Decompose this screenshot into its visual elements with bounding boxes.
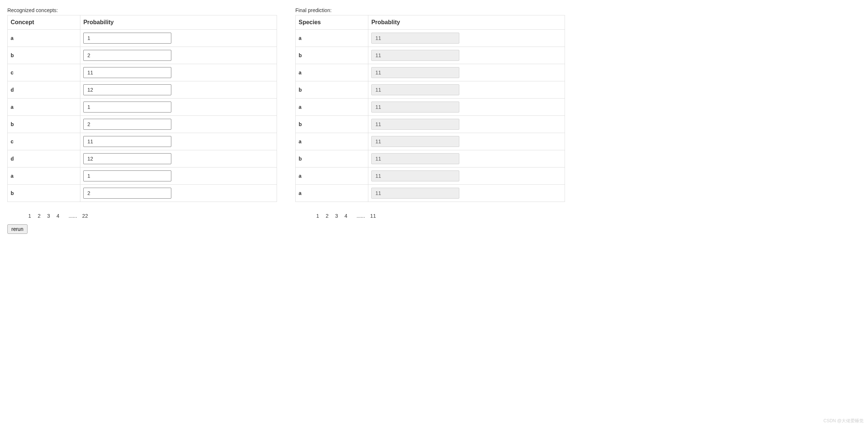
concept-label: b [8, 47, 80, 64]
table-row: a [8, 168, 277, 185]
table-row: b [296, 150, 565, 168]
concept-label: b [8, 116, 80, 133]
probability-input[interactable] [83, 50, 171, 61]
concepts-header-concept: Concept [8, 15, 80, 30]
page-link[interactable]: 1 [26, 213, 34, 219]
prediction-header-species: Species [296, 15, 368, 30]
pagination-ellipsis: ......22 [63, 213, 93, 219]
probability-output [371, 33, 459, 44]
table-row: a [296, 185, 565, 202]
table-row: a [8, 99, 277, 116]
probability-output [371, 67, 459, 78]
concept-label: a [8, 168, 80, 185]
species-label: b [296, 150, 368, 168]
concept-label: a [8, 99, 80, 116]
probability-output [371, 119, 459, 130]
probability-input[interactable] [83, 102, 171, 113]
table-row: b [296, 81, 565, 99]
table-row: a [296, 133, 565, 150]
recognized-concepts-title: Recognized concepts: [7, 7, 277, 13]
table-row: c [8, 133, 277, 150]
probability-input[interactable] [83, 84, 171, 95]
table-row: a [8, 30, 277, 47]
concept-label: c [8, 64, 80, 81]
pagination-ellipsis: ......11 [351, 213, 381, 219]
species-label: a [296, 168, 368, 185]
table-row: b [8, 185, 277, 202]
concepts-pagination: 1 2 3 4 ......22 [26, 213, 277, 219]
prediction-table: Species Probablity a b a b [295, 15, 565, 202]
species-label: b [296, 81, 368, 99]
prediction-pagination: 1 2 3 4 ......11 [314, 213, 565, 219]
prediction-header-probability: Probablity [368, 15, 565, 30]
probability-output [371, 170, 459, 181]
page-link[interactable]: 2 [35, 213, 43, 219]
final-prediction-panel: Final prediction: Species Probablity a b [295, 7, 565, 234]
concept-label: c [8, 133, 80, 150]
species-label: a [296, 99, 368, 116]
table-row: b [296, 47, 565, 64]
probability-output [371, 188, 459, 199]
table-row: a [296, 30, 565, 47]
probability-output [371, 102, 459, 113]
probability-input[interactable] [83, 188, 171, 199]
page-link[interactable]: 4 [54, 213, 62, 219]
recognized-concepts-panel: Recognized concepts: Concept Probability… [7, 7, 277, 234]
probability-output [371, 153, 459, 164]
table-row: b [8, 116, 277, 133]
probability-input[interactable] [83, 119, 171, 130]
rerun-button[interactable]: rerun [7, 224, 28, 234]
probability-input[interactable] [83, 170, 171, 181]
page-link[interactable]: 4 [342, 213, 350, 219]
table-row: d [8, 150, 277, 168]
species-label: a [296, 64, 368, 81]
page-link[interactable]: 3 [332, 213, 340, 219]
probability-input[interactable] [83, 33, 171, 44]
concepts-table: Concept Probability a b c d [7, 15, 277, 202]
probability-output [371, 136, 459, 147]
probability-input[interactable] [83, 153, 171, 164]
species-label: a [296, 133, 368, 150]
page-link[interactable]: 3 [44, 213, 52, 219]
species-label: b [296, 47, 368, 64]
concept-label: b [8, 185, 80, 202]
table-row: a [296, 64, 565, 81]
concept-label: d [8, 150, 80, 168]
page-link-last[interactable]: 22 [80, 213, 91, 219]
concept-label: d [8, 81, 80, 99]
probability-input[interactable] [83, 67, 171, 78]
table-row: b [296, 116, 565, 133]
probability-output [371, 84, 459, 95]
page-link[interactable]: 1 [314, 213, 322, 219]
species-label: a [296, 185, 368, 202]
species-label: a [296, 30, 368, 47]
concept-label: a [8, 30, 80, 47]
table-row: a [296, 168, 565, 185]
page-link-last[interactable]: 11 [368, 213, 379, 219]
concepts-header-probability: Probability [80, 15, 277, 30]
page-link[interactable]: 2 [323, 213, 331, 219]
table-row: a [296, 99, 565, 116]
table-row: c [8, 64, 277, 81]
final-prediction-title: Final prediction: [295, 7, 565, 13]
table-row: d [8, 81, 277, 99]
species-label: b [296, 116, 368, 133]
probability-input[interactable] [83, 136, 171, 147]
probability-output [371, 50, 459, 61]
table-row: b [8, 47, 277, 64]
